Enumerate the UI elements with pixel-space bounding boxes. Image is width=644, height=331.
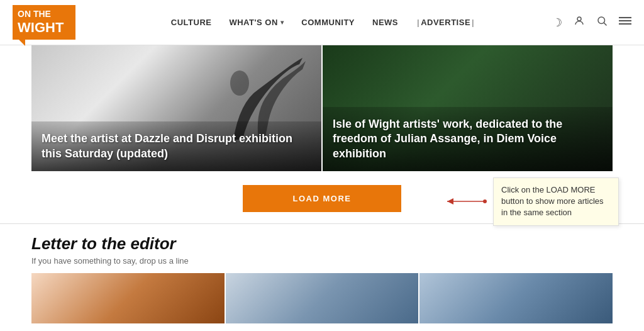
- menu-icon[interactable]: [619, 15, 631, 30]
- tooltip-text: Click on the LOAD MORE button to show mo…: [501, 185, 604, 217]
- chevron-down-icon: ▾: [280, 19, 284, 26]
- hero-card-1-overlay: Meet the artist at Dazzle and Disrupt ex…: [31, 121, 321, 171]
- tooltip-box: Click on the LOAD MORE button to show mo…: [493, 177, 619, 226]
- load-more-section: LOAD MORE Click on the LOAD MORE button …: [0, 171, 644, 223]
- svg-point-0: [577, 17, 581, 21]
- letter-section-subheading: If you have something to say, drop us a …: [31, 256, 613, 266]
- header-icons: ☽: [552, 15, 631, 30]
- load-more-button[interactable]: LOAD MORE: [243, 185, 402, 212]
- hero-card-2[interactable]: Isle of Wight artists' work, dedicated t…: [323, 45, 613, 171]
- article-card-1[interactable]: [31, 273, 225, 323]
- search-icon[interactable]: [596, 15, 608, 30]
- hero-section: Meet the artist at Dazzle and Disrupt ex…: [31, 45, 613, 171]
- nav-item-advertise[interactable]: ADVERTISE: [416, 18, 475, 27]
- svg-point-9: [483, 199, 487, 203]
- svg-point-1: [598, 17, 605, 24]
- letter-section: Letter to the editor If you have somethi…: [0, 223, 644, 273]
- svg-marker-8: [447, 198, 453, 205]
- article-cards-row: [0, 273, 644, 323]
- svg-point-6: [230, 70, 249, 96]
- hero-card-1[interactable]: Meet the artist at Dazzle and Disrupt ex…: [31, 45, 321, 171]
- logo-line1: ON THE: [18, 9, 70, 20]
- account-icon[interactable]: [574, 15, 585, 30]
- svg-line-2: [604, 23, 606, 25]
- tooltip-wrap: Click on the LOAD MORE button to show mo…: [444, 177, 619, 226]
- header: ON THE WIGHT CULTURE WHAT'S ON ▾ COMMUNI…: [0, 0, 644, 45]
- hero-card-1-title: Meet the artist at Dazzle and Disrupt ex…: [42, 132, 311, 161]
- nav-item-community[interactable]: COMMUNITY: [301, 18, 355, 27]
- tooltip-arrow-icon: [444, 194, 488, 209]
- hero-card-2-title: Isle of Wight artists' work, dedicated t…: [333, 117, 602, 161]
- hero-card-2-overlay: Isle of Wight artists' work, dedicated t…: [323, 107, 613, 171]
- nav-item-whats-on[interactable]: WHAT'S ON ▾: [229, 18, 284, 27]
- dark-mode-icon[interactable]: ☽: [552, 16, 562, 30]
- nav-item-news[interactable]: NEWS: [372, 18, 398, 27]
- letter-section-heading: Letter to the editor: [31, 234, 613, 254]
- logo-line2: WIGHT: [18, 20, 70, 36]
- article-card-3[interactable]: [419, 273, 613, 323]
- logo[interactable]: ON THE WIGHT: [13, 5, 75, 40]
- nav-item-culture[interactable]: CULTURE: [171, 18, 212, 27]
- article-card-2[interactable]: [226, 273, 419, 323]
- main-nav: CULTURE WHAT'S ON ▾ COMMUNITY NEWS ADVER…: [94, 18, 552, 27]
